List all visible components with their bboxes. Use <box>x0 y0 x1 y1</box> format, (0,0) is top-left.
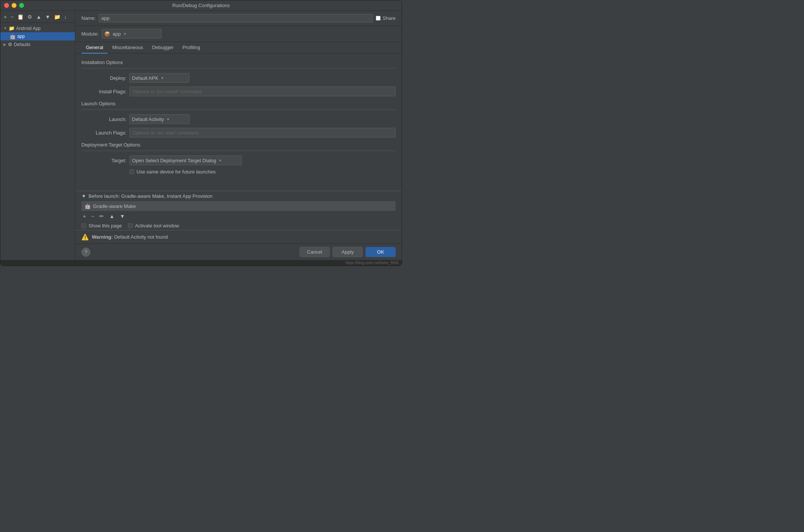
sidebar: + − 📋 ⚙ ▲ ▼ 📁 ↓ ▼ 📁 Android App 🤖 <box>0 11 75 260</box>
installation-options-title: Installation Options <box>81 60 396 65</box>
show-page-wrap: Show this page <box>81 223 122 229</box>
module-icon: 📦 <box>104 31 110 37</box>
target-arrow: ▼ <box>219 158 222 163</box>
move-down-button[interactable]: ▼ <box>44 13 51 21</box>
warning-icon: ⚠️ <box>81 233 89 241</box>
tab-debugger[interactable]: Debugger <box>148 42 178 54</box>
before-launch-list: 🤖 Gradle-aware Make <box>81 201 396 211</box>
same-device-row: Use same device for future launches <box>81 169 396 175</box>
before-launch-toolbar: + − ✏ ▲ ▼ <box>75 211 402 221</box>
copy-config-button[interactable]: 📋 <box>16 13 25 21</box>
add-config-button[interactable]: + <box>3 13 8 21</box>
tab-profiling[interactable]: Profiling <box>178 42 205 54</box>
settings-button[interactable]: ⚙ <box>26 13 33 21</box>
tab-general[interactable]: General <box>81 42 108 54</box>
android-app-icon: 📁 <box>9 25 15 31</box>
defaults-expand-icon: ▶ <box>3 42 6 46</box>
android-app-group: ▼ 📁 Android App 🤖 app <box>0 24 75 40</box>
config-tree: ▼ 📁 Android App 🤖 app ▶ ⚙ Defaults <box>0 23 75 260</box>
content-area: Name: Share Module: 📦 app ▼ General <box>75 11 402 260</box>
bl-down-button[interactable]: ▼ <box>118 212 126 220</box>
deployment-target-title: Deployment Target Options <box>81 142 396 148</box>
form-content: Installation Options Deploy: Default APK… <box>75 54 402 191</box>
window-title: Run/Debug Configurations <box>172 3 230 8</box>
folder-button[interactable]: 📁 <box>53 13 62 21</box>
defaults-group: ▶ ⚙ Defaults <box>0 40 75 48</box>
install-flags-control <box>129 87 396 96</box>
checkbox-row: Show this page Activate tool window <box>75 221 402 230</box>
remove-config-button[interactable]: − <box>9 13 15 21</box>
launch-options-title: Launch Options <box>81 101 396 106</box>
launch-control: Default Activity ▼ <box>129 114 396 124</box>
before-launch-title: Before launch: Gradle-aware Make, Instan… <box>88 193 213 199</box>
launch-flags-label: Launch Flags: <box>81 130 126 136</box>
deploy-dropdown[interactable]: Default APK ▼ <box>129 73 189 83</box>
defaults-label: Defaults <box>14 42 30 47</box>
show-page-checkbox[interactable] <box>81 223 86 228</box>
run-debug-configurations-window: Run/Debug Configurations + − 📋 ⚙ ▲ ▼ 📁 ↓… <box>0 0 402 266</box>
cancel-button[interactable]: Cancel <box>300 247 330 257</box>
module-dropdown-arrow: ▼ <box>123 32 127 36</box>
bl-remove-button[interactable]: − <box>90 212 96 220</box>
bl-edit-button[interactable]: ✏ <box>98 212 105 220</box>
show-page-label: Show this page <box>88 223 122 229</box>
name-label: Name: <box>81 15 96 21</box>
activate-tool-checkbox[interactable] <box>128 223 133 228</box>
installation-divider <box>81 68 396 69</box>
deploy-label: Deploy: <box>81 75 126 81</box>
launch-label: Launch: <box>81 117 126 122</box>
deploy-control: Default APK ▼ <box>129 73 396 83</box>
app-config-item[interactable]: 🤖 app <box>0 32 75 40</box>
deploy-arrow: ▼ <box>160 76 164 80</box>
install-flags-input[interactable] <box>129 87 396 96</box>
maximize-button[interactable] <box>19 3 24 8</box>
target-label: Target: <box>81 158 126 163</box>
name-input[interactable] <box>99 14 373 22</box>
target-row: Target: Open Select Deployment Target Di… <box>81 155 396 165</box>
module-row: Module: 📦 app ▼ <box>75 26 402 42</box>
launch-flags-control <box>129 128 396 137</box>
tab-miscellaneous[interactable]: Miscellaneous <box>108 42 147 54</box>
before-launch-section: ▼ Before launch: Gradle-aware Make, Inst… <box>75 191 402 230</box>
warning-row: ⚠️ Warning: Default Activity not found <box>75 230 402 244</box>
launch-flags-row: Launch Flags: <box>81 128 396 137</box>
share-label: Share <box>382 15 396 21</box>
share-area: Share <box>376 15 396 21</box>
app-icon: 🤖 <box>9 33 16 39</box>
url-bar: https://blog.csdn.net/liuhe_5656 <box>0 260 402 266</box>
share-checkbox[interactable] <box>376 16 381 21</box>
main-body: + − 📋 ⚙ ▲ ▼ 📁 ↓ ▼ 📁 Android App 🤖 <box>0 11 402 260</box>
close-button[interactable] <box>4 3 9 8</box>
tabs-bar: General Miscellaneous Debugger Profiling <box>75 42 402 54</box>
target-value: Open Select Deployment Target Dialog <box>132 158 216 163</box>
sidebar-toolbar: + − 📋 ⚙ ▲ ▼ 📁 ↓ <box>0 11 75 23</box>
launch-divider <box>81 109 396 110</box>
help-button[interactable]: ? <box>81 248 90 257</box>
bl-up-button[interactable]: ▲ <box>108 212 116 220</box>
ok-button[interactable]: OK <box>366 247 396 257</box>
launch-flags-input[interactable] <box>129 128 396 137</box>
activate-tool-label: Activate tool window <box>135 223 179 229</box>
launch-dropdown[interactable]: Default Activity ▼ <box>129 114 189 124</box>
app-config-label: app <box>17 34 25 39</box>
android-app-tree-item[interactable]: ▼ 📁 Android App <box>0 24 75 32</box>
move-up-button[interactable]: ▲ <box>35 13 42 21</box>
window-controls <box>4 3 24 8</box>
deploy-value: Default APK <box>132 75 158 81</box>
defaults-icon: ⚙ <box>8 42 12 47</box>
gradle-aware-make-item[interactable]: 🤖 Gradle-aware Make <box>81 201 396 211</box>
bl-add-button[interactable]: + <box>81 212 87 220</box>
module-dropdown[interactable]: 📦 app ▼ <box>102 29 162 39</box>
target-dropdown[interactable]: Open Select Deployment Target Dialog ▼ <box>129 155 242 165</box>
same-device-label: Use same device for future launches <box>136 169 216 175</box>
before-launch-header[interactable]: ▼ Before launch: Gradle-aware Make, Inst… <box>75 191 402 201</box>
expand-icon: ▼ <box>3 26 7 30</box>
minimize-button[interactable] <box>12 3 16 8</box>
before-launch-expand-icon: ▼ <box>81 193 86 199</box>
defaults-tree-item[interactable]: ▶ ⚙ Defaults <box>0 40 75 48</box>
same-device-checkbox[interactable] <box>129 169 134 174</box>
title-bar: Run/Debug Configurations <box>0 0 402 11</box>
module-value: app <box>112 31 121 37</box>
apply-button[interactable]: Apply <box>333 247 363 257</box>
sort-button[interactable]: ↓ <box>63 13 68 21</box>
